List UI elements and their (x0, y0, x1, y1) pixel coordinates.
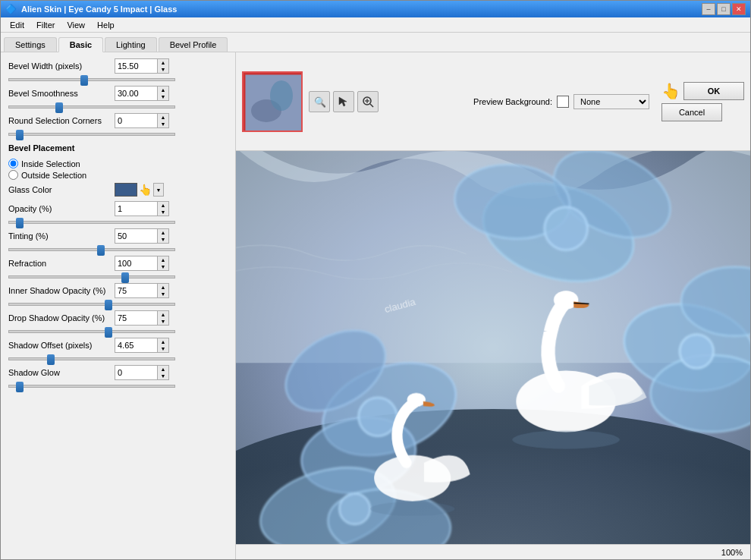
bevel-smoothness-input[interactable] (115, 87, 157, 100)
drop-shadow-input[interactable] (115, 311, 157, 325)
close-button[interactable]: ✕ (732, 3, 746, 15)
glass-color-swatch[interactable] (115, 183, 137, 197)
tinting-thumb[interactable] (97, 245, 105, 256)
shadow-offset-down[interactable]: ▼ (158, 345, 168, 352)
tab-bevel-profile[interactable]: Bevel Profile (159, 37, 228, 52)
menu-edit[interactable]: Edit (4, 19, 30, 31)
round-corners-row: Round Selection Corners ▲ ▼ (8, 113, 228, 128)
drop-shadow-thumb[interactable] (105, 327, 112, 338)
ok-button[interactable]: OK (683, 82, 744, 100)
round-corners-input[interactable] (115, 114, 157, 127)
shadow-glow-thumb[interactable] (16, 382, 24, 392)
menu-view[interactable]: View (61, 19, 91, 31)
shadow-offset-thumb[interactable] (47, 354, 55, 365)
opacity-down[interactable]: ▼ (158, 209, 168, 216)
outside-selection-radio[interactable] (8, 170, 18, 180)
opacity-slider[interactable] (8, 221, 175, 224)
preview-bg-select[interactable]: None (573, 94, 649, 109)
bevel-width-thumb[interactable] (80, 75, 88, 86)
shadow-glow-up[interactable]: ▲ (158, 366, 168, 373)
round-corners-down[interactable]: ▼ (158, 121, 168, 127)
drop-shadow-down[interactable]: ▼ (158, 318, 168, 325)
svg-point-24 (680, 335, 714, 369)
title-text: Alien Skin | Eye Candy 5 Impact | Glass (21, 5, 177, 14)
bevel-smoothness-thumb[interactable] (55, 102, 63, 113)
refraction-thumb[interactable] (121, 272, 129, 283)
bevel-width-up[interactable]: ▲ (158, 59, 168, 66)
bevel-width-input[interactable] (115, 59, 157, 73)
preview-bg-label: Preview Background: (473, 97, 552, 106)
inner-shadow-up[interactable]: ▲ (158, 284, 168, 291)
bevel-width-down[interactable]: ▼ (158, 66, 168, 73)
main-window: 🔷 Alien Skin | Eye Candy 5 Impact | Glas… (0, 0, 751, 560)
drop-shadow-spinners: ▲ ▼ (157, 311, 168, 325)
shadow-offset-input[interactable] (115, 338, 157, 352)
tinting-spinners: ▲ ▼ (157, 229, 168, 243)
round-corners-input-group: ▲ ▼ (115, 113, 169, 128)
opacity-thumb[interactable] (16, 218, 24, 228)
tinting-row: Tinting (%) ▲ ▼ (8, 228, 228, 244)
inner-shadow-input-group: ▲ ▼ (115, 283, 169, 298)
bevel-placement-group: Inside Selection Outside Selection (8, 159, 228, 180)
cancel-button[interactable]: Cancel (661, 103, 722, 121)
shadow-glow-down[interactable]: ▼ (158, 373, 168, 379)
tinting-down[interactable]: ▼ (158, 236, 168, 243)
refraction-down[interactable]: ▼ (158, 263, 168, 270)
zoom-tool-button[interactable] (357, 91, 379, 112)
refraction-label: Refraction (8, 259, 115, 268)
shadow-offset-spinners: ▲ ▼ (157, 338, 168, 352)
tab-lighting[interactable]: Lighting (105, 37, 157, 52)
shadow-offset-slider[interactable] (8, 357, 175, 360)
svg-marker-6 (339, 97, 347, 106)
preview-thumbnail[interactable] (242, 71, 303, 132)
refraction-slider[interactable] (8, 275, 175, 278)
preview-bg-swatch[interactable] (557, 96, 569, 108)
pan-tool-button[interactable]: 🔍 (309, 91, 330, 112)
opacity-up[interactable]: ▲ (158, 202, 168, 209)
refraction-row: Refraction ▲ ▼ (8, 256, 228, 271)
inner-shadow-input[interactable] (115, 284, 157, 297)
bevel-smoothness-down[interactable]: ▼ (158, 93, 168, 100)
tinting-label: Tinting (%) (8, 231, 115, 241)
opacity-input[interactable] (115, 202, 157, 216)
maximize-button[interactable]: □ (717, 3, 731, 15)
inside-selection-radio[interactable] (8, 159, 18, 168)
round-corners-spinners: ▲ ▼ (157, 114, 168, 127)
select-tool-button[interactable] (333, 91, 354, 112)
bevel-smoothness-slider[interactable] (8, 105, 175, 109)
tinting-up[interactable]: ▲ (158, 229, 168, 236)
inner-shadow-down[interactable]: ▼ (158, 291, 168, 297)
tab-basic[interactable]: Basic (58, 37, 103, 52)
bevel-smoothness-up[interactable]: ▲ (158, 87, 168, 93)
inner-shadow-thumb[interactable] (105, 300, 112, 310)
shadow-glow-input[interactable] (115, 366, 157, 379)
inner-shadow-slider[interactable] (8, 303, 175, 306)
bevel-width-slider[interactable] (8, 78, 175, 81)
bevel-width-spinners: ▲ ▼ (157, 59, 168, 73)
shadow-offset-up[interactable]: ▲ (158, 338, 168, 345)
preview-svg: claudia (236, 151, 750, 544)
drop-shadow-up[interactable]: ▲ (158, 311, 168, 318)
drop-shadow-slider[interactable] (8, 330, 175, 333)
refraction-input[interactable] (115, 256, 157, 270)
outside-selection-row: Outside Selection (8, 170, 228, 180)
tinting-slider[interactable] (8, 248, 175, 251)
inside-selection-label: Inside Selection (21, 159, 80, 168)
shadow-glow-slider[interactable] (8, 385, 175, 388)
inner-shadow-spinners: ▲ ▼ (157, 284, 168, 297)
round-corners-thumb[interactable] (16, 130, 24, 140)
refraction-up[interactable]: ▲ (158, 256, 168, 263)
minimize-button[interactable]: – (702, 3, 715, 15)
round-corners-up[interactable]: ▲ (158, 114, 168, 121)
glass-color-row: Glass Color 👆 ▼ (8, 183, 228, 197)
menu-filter[interactable]: Filter (30, 19, 61, 31)
glass-color-dropdown[interactable]: ▼ (153, 183, 164, 197)
shadow-glow-row: Shadow Glow ▲ ▼ (8, 365, 228, 380)
menu-help[interactable]: Help (91, 19, 121, 31)
tinting-input[interactable] (115, 229, 157, 243)
svg-point-16 (359, 398, 397, 436)
shadow-glow-label: Shadow Glow (8, 368, 115, 377)
bevel-smoothness-row: Bevel Smoothness ▲ ▼ (8, 86, 228, 101)
tab-settings[interactable]: Settings (4, 37, 57, 52)
round-corners-slider[interactable] (8, 133, 175, 136)
